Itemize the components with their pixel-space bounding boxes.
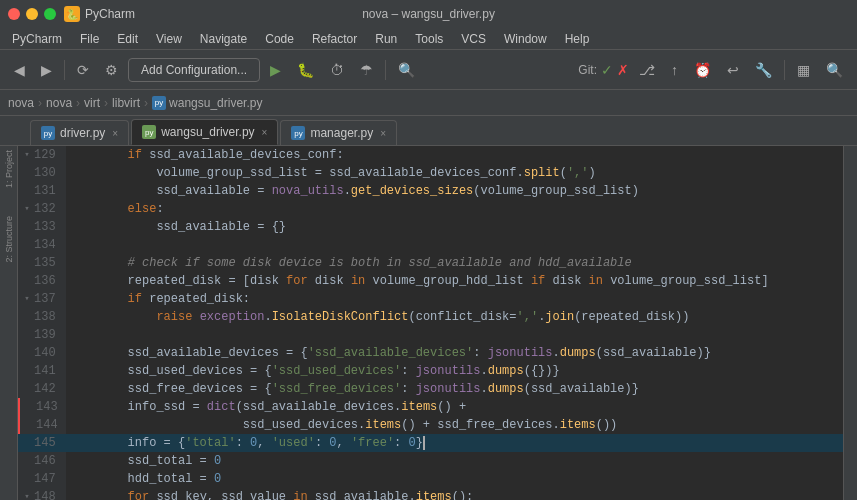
- line-number-138: 138: [18, 308, 66, 326]
- fold-gutter-132: ▾: [22, 200, 32, 218]
- add-configuration-button[interactable]: Add Configuration...: [128, 58, 260, 82]
- menu-view[interactable]: View: [148, 30, 190, 48]
- breadcrumb-nova[interactable]: nova: [8, 96, 34, 110]
- code-line-137[interactable]: if repeated_disk:: [66, 290, 843, 308]
- search-everywhere[interactable]: 🔍: [392, 58, 421, 82]
- git-history-icon[interactable]: ⏰: [688, 58, 717, 82]
- git-x-icon: ✗: [617, 62, 629, 78]
- menu-window[interactable]: Window: [496, 30, 555, 48]
- code-line-134[interactable]: [66, 236, 843, 254]
- git-settings-icon[interactable]: 🔧: [749, 58, 778, 82]
- line-number-139: 139: [18, 326, 66, 344]
- breadcrumb-virt[interactable]: virt: [84, 96, 100, 110]
- code-line-141[interactable]: ssd_used_devices = {'ssd_used_devices': …: [66, 362, 843, 380]
- python-file-icon: py: [152, 96, 166, 110]
- close-button[interactable]: [8, 8, 20, 20]
- line-number-136: 136: [18, 272, 66, 290]
- tab-label-manager: manager.py: [310, 126, 373, 140]
- code-line-138[interactable]: raise exception.IsolateDiskConflict(conf…: [66, 308, 843, 326]
- menu-pycharm[interactable]: PyCharm: [4, 30, 70, 48]
- git-branch-icon[interactable]: ⎇: [633, 58, 661, 82]
- tab-close-manager[interactable]: ×: [380, 128, 386, 139]
- line-number-142: 142: [18, 380, 66, 398]
- code-line-142[interactable]: ssd_free_devices = {'ssd_free_devices': …: [66, 380, 843, 398]
- sync-button[interactable]: ⟳: [71, 58, 95, 82]
- menu-code[interactable]: Code: [257, 30, 302, 48]
- traffic-lights[interactable]: [8, 8, 56, 20]
- side-panel-left: 1: Project 2: Structure: [0, 146, 18, 500]
- code-container[interactable]: ▾129130131▾132133134135136▾1371381391401…: [18, 146, 843, 500]
- back-button[interactable]: ◀: [8, 58, 31, 82]
- debug-button[interactable]: 🐛: [291, 58, 320, 82]
- code-line-146[interactable]: ssd_total = 0: [66, 452, 843, 470]
- code-line-144[interactable]: ssd_used_devices.items() + ssd_free_devi…: [66, 416, 843, 434]
- code-line-147[interactable]: hdd_total = 0: [66, 470, 843, 488]
- toolbar: ◀ ▶ ⟳ ⚙ Add Configuration... ▶ 🐛 ⏱ ☂ 🔍 G…: [0, 50, 857, 90]
- fold-gutter-129: ▾: [22, 146, 32, 164]
- fold-gutter-137: ▾: [22, 290, 32, 308]
- git-revert-icon[interactable]: ↩: [721, 58, 745, 82]
- maximize-button[interactable]: [44, 8, 56, 20]
- tab-icon-wangsu: py: [142, 125, 156, 139]
- line-number-143: 143: [18, 398, 66, 416]
- menu-vcs[interactable]: VCS: [453, 30, 494, 48]
- run-button[interactable]: ▶: [264, 58, 287, 82]
- code-line-136[interactable]: repeated_disk = [disk for disk in volume…: [66, 272, 843, 290]
- tab-manager-py[interactable]: py manager.py ×: [280, 120, 397, 145]
- app-name: 🐍 PyCharm: [64, 6, 135, 22]
- tab-icon-driver: py: [41, 126, 55, 140]
- coverage-button[interactable]: ☂: [354, 58, 379, 82]
- menu-edit[interactable]: Edit: [109, 30, 146, 48]
- code-line-129[interactable]: if ssd_available_devices_conf:: [66, 146, 843, 164]
- git-push-icon[interactable]: ↑: [665, 58, 684, 82]
- tab-close-driver[interactable]: ×: [112, 128, 118, 139]
- code-line-143[interactable]: info_ssd = dict(ssd_available_devices.it…: [66, 398, 843, 416]
- right-scroll-panel[interactable]: [843, 146, 857, 500]
- code-line-130[interactable]: volume_group_ssd_list = ssd_available_de…: [66, 164, 843, 182]
- line-number-147: 147: [18, 470, 66, 488]
- menu-help[interactable]: Help: [557, 30, 598, 48]
- breadcrumb-file[interactable]: py wangsu_driver.py: [152, 96, 262, 110]
- menu-run[interactable]: Run: [367, 30, 405, 48]
- code-line-145[interactable]: info = {'total': 0, 'used': 0, 'free': 0…: [66, 434, 843, 452]
- project-panel-label[interactable]: 1: Project: [4, 150, 14, 188]
- line-number-133: 133: [18, 218, 66, 236]
- line-number-141: 141: [18, 362, 66, 380]
- code-line-135[interactable]: # check if some disk device is both in s…: [66, 254, 843, 272]
- menu-navigate[interactable]: Navigate: [192, 30, 255, 48]
- line-number-135: 135: [18, 254, 66, 272]
- code-line-148[interactable]: for ssd_key, ssd_value in ssd_available.…: [66, 488, 843, 500]
- toolbar-right: Git: ✓ ✗ ⎇ ↑ ⏰ ↩ 🔧 ▦ 🔍: [574, 58, 849, 82]
- tab-driver-py[interactable]: py driver.py ×: [30, 120, 129, 145]
- git-check-icon: ✓: [601, 62, 613, 78]
- line-number-132: ▾132: [18, 200, 66, 218]
- breadcrumb-nova2[interactable]: nova: [46, 96, 72, 110]
- code-line-140[interactable]: ssd_available_devices = {'ssd_available_…: [66, 344, 843, 362]
- breadcrumb-libvirt[interactable]: libvirt: [112, 96, 140, 110]
- menu-refactor[interactable]: Refactor: [304, 30, 365, 48]
- line-number-129: ▾129: [18, 146, 66, 164]
- terminal-icon[interactable]: ▦: [791, 58, 816, 82]
- code-line-131[interactable]: ssd_available = nova_utils.get_devices_s…: [66, 182, 843, 200]
- breadcrumb-filename[interactable]: wangsu_driver.py: [169, 96, 262, 110]
- menu-file[interactable]: File: [72, 30, 107, 48]
- settings-button[interactable]: ⚙: [99, 58, 124, 82]
- minimize-button[interactable]: [26, 8, 38, 20]
- code-line-132[interactable]: else:: [66, 200, 843, 218]
- tab-close-wangsu[interactable]: ×: [262, 127, 268, 138]
- separator3: [784, 60, 785, 80]
- forward-button[interactable]: ▶: [35, 58, 58, 82]
- code-editor[interactable]: if ssd_available_devices_conf: volume_gr…: [66, 146, 843, 500]
- tab-wangsu-driver-py[interactable]: py wangsu_driver.py ×: [131, 119, 278, 145]
- git-label: Git:: [578, 63, 597, 77]
- tab-label-wangsu: wangsu_driver.py: [161, 125, 254, 139]
- menu-tools[interactable]: Tools: [407, 30, 451, 48]
- code-line-139[interactable]: [66, 326, 843, 344]
- code-line-133[interactable]: ssd_available = {}: [66, 218, 843, 236]
- line-number-134: 134: [18, 236, 66, 254]
- structure-panel-label[interactable]: 2: Structure: [4, 216, 14, 263]
- line-number-130: 130: [18, 164, 66, 182]
- search-icon[interactable]: 🔍: [820, 58, 849, 82]
- line-number-131: 131: [18, 182, 66, 200]
- profile-button[interactable]: ⏱: [324, 58, 350, 82]
